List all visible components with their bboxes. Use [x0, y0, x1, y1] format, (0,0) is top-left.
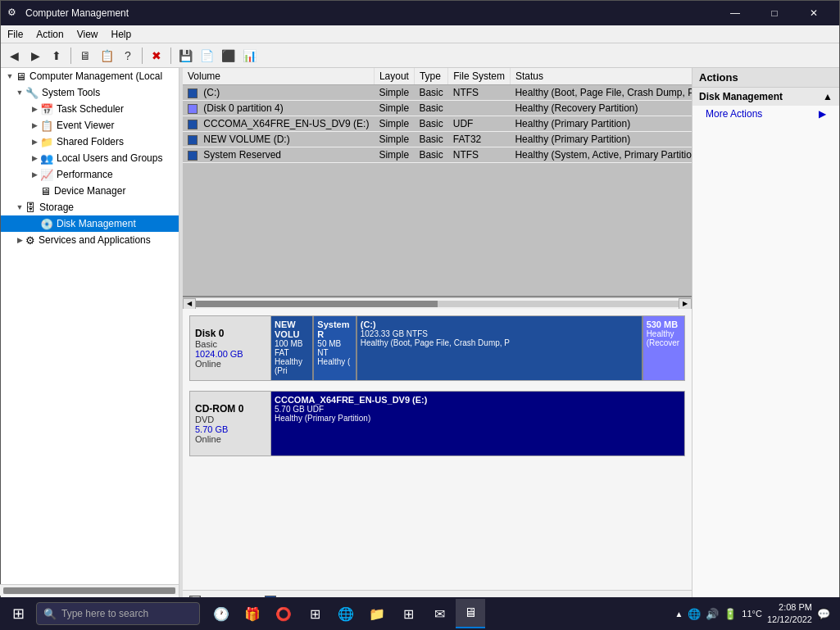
properties-button[interactable]: 📋 — [97, 46, 116, 66]
tree-shared-folders[interactable]: ▶ 📁 Shared Folders — [1, 134, 179, 150]
maximize-button[interactable]: □ — [756, 1, 793, 25]
table-row[interactable]: NEW VOLUME (D:) Simple Basic FAT32 Healt… — [183, 132, 692, 147]
partition[interactable]: CCCOMA_X64FRE_EN-US_DV9 (E:) 5.70 GB UDF… — [271, 392, 684, 456]
actions-section-disk-label: Disk Management — [699, 91, 783, 102]
tree-perf-expand[interactable]: ▶ — [29, 169, 40, 180]
window-title: Computer Management — [25, 7, 716, 19]
taskbar-time-app[interactable]: 🕐 — [207, 599, 236, 628]
tree-users-expand[interactable]: ▶ — [29, 152, 40, 164]
start-button[interactable]: ⊞ — [3, 599, 33, 628]
up-button[interactable]: ⬆ — [47, 46, 66, 66]
partition-status: Healthy (Pri — [275, 357, 309, 375]
cell-layout: Simple — [374, 132, 414, 147]
partition[interactable]: System R 50 MB NT Healthy ( — [314, 316, 356, 380]
back-button[interactable]: ◀ — [4, 46, 24, 66]
tree-disk-label: Disk Management — [57, 218, 136, 229]
partition-status: Healthy ( — [317, 357, 352, 366]
disk-table: Volume Layout Type File System Status (C… — [183, 68, 692, 163]
table-row[interactable]: CCCOMA_X64FRE_EN-US_DV9 (E:) Simple Basi… — [183, 116, 692, 132]
more-actions-arrow: ▶ — [819, 108, 826, 120]
notification-icon[interactable]: 💬 — [817, 608, 830, 620]
taskbar-search[interactable]: 🔍 Type here to search — [36, 602, 200, 625]
tree-services-expand[interactable]: ▶ — [14, 234, 25, 246]
tree-disk-management[interactable]: 💿 Disk Management — [1, 215, 179, 232]
disk-label: CD-ROM 0 DVD 5.70 GB Online — [189, 391, 271, 456]
tree-root-expand[interactable]: ▼ — [4, 70, 16, 82]
forward-button[interactable]: ▶ — [25, 46, 45, 66]
taskbar-grid-app[interactable]: ⊞ — [300, 599, 329, 628]
tree-scrollbar-thumb — [3, 587, 175, 594]
col-layout[interactable]: Layout — [374, 68, 414, 85]
taskbar-computer-mgmt-app[interactable]: 🖥 — [456, 599, 485, 628]
table-row[interactable]: (Disk 0 partition 4) Simple Basic Health… — [183, 101, 692, 116]
partition[interactable]: 530 MB Healthy (Recover — [643, 316, 684, 380]
scroll-right-btn[interactable]: ▶ — [679, 298, 692, 310]
minimize-button[interactable]: — — [716, 1, 754, 25]
tree-storage-expand[interactable]: ▼ — [14, 202, 25, 213]
import-button[interactable]: 📄 — [197, 46, 216, 66]
hscroll-thumb[interactable] — [196, 301, 438, 307]
delete-button[interactable]: ✖ — [147, 46, 166, 66]
tree-storage[interactable]: ▼ 🗄 Storage — [1, 199, 179, 215]
table-row[interactable]: System Reserved Simple Basic NTFS Health… — [183, 147, 692, 163]
col-type[interactable]: Type — [414, 68, 447, 85]
clock-date: 12/12/2022 — [767, 614, 812, 626]
tree-device-manager[interactable]: 🖥 Device Manager — [1, 183, 179, 199]
cell-status: Healthy (Recovery Partition) — [510, 101, 692, 116]
cell-type: Basic — [414, 116, 447, 132]
actions-section-disk-management[interactable]: Disk Management ▲ — [692, 88, 839, 106]
menu-file[interactable]: File — [1, 25, 30, 43]
chart-button[interactable]: 📊 — [239, 46, 259, 66]
taskbar-mail-app[interactable]: ✉ — [425, 599, 454, 628]
taskbar-store-app[interactable]: ⊞ — [393, 599, 423, 628]
col-status[interactable]: Status — [510, 68, 692, 85]
col-volume[interactable]: Volume — [183, 68, 374, 85]
export-button[interactable]: 💾 — [175, 46, 195, 66]
event-viewer-icon: 📋 — [40, 120, 53, 132]
help-button[interactable]: ? — [118, 46, 138, 66]
tree-root[interactable]: ▼ 🖥 Computer Management (Local — [1, 68, 179, 84]
table-row[interactable]: (C:) Simple Basic NTFS Healthy (Boot, Pa… — [183, 85, 692, 101]
tree-event-expand[interactable]: ▶ — [29, 120, 40, 131]
tree-event-viewer[interactable]: ▶ 📋 Event Viewer — [1, 117, 179, 134]
scroll-left-btn[interactable]: ◀ — [183, 298, 196, 310]
col-filesystem[interactable]: File System — [448, 68, 511, 85]
tree-shared-expand[interactable]: ▶ — [29, 136, 40, 147]
taskbar-clock[interactable]: 2:08 PM 12/12/2022 — [767, 601, 812, 627]
tree-scrollbar[interactable] — [1, 584, 179, 596]
taskbar-circle-app[interactable]: ⭕ — [269, 599, 298, 628]
menu-view[interactable]: View — [70, 25, 105, 43]
disk-label: Disk 0 Basic 1024.00 GB Online — [189, 315, 271, 381]
menu-help[interactable]: Help — [105, 25, 138, 43]
toolbar-separator-1 — [70, 48, 71, 64]
close-button[interactable]: ✕ — [795, 1, 833, 25]
taskbar-edge-app[interactable]: 🌐 — [331, 599, 361, 628]
options-button[interactable]: ⬛ — [218, 46, 238, 66]
cell-fs: NTFS — [448, 147, 511, 163]
tree-services[interactable]: ▶ ⚙ Services and Applications — [1, 232, 179, 248]
actions-more-link[interactable]: More Actions ▶ — [692, 106, 839, 122]
task-scheduler-icon: 📅 — [40, 103, 53, 116]
tree-services-label: Services and Applications — [39, 234, 151, 246]
cell-volume: CCCOMA_X64FRE_EN-US_DV9 (E:) — [183, 116, 374, 132]
tree-task-expand[interactable]: ▶ — [29, 103, 40, 115]
tree-task-scheduler[interactable]: ▶ 📅 Task Scheduler — [1, 101, 179, 117]
table-hscroll[interactable]: ◀ ▶ — [183, 297, 692, 309]
taskbar-gift-app[interactable]: 🎁 — [238, 599, 267, 628]
tray-expand[interactable]: ▲ — [674, 610, 683, 619]
menu-action[interactable]: Action — [30, 25, 70, 43]
disk-row: CD-ROM 0 DVD 5.70 GB Online CCCOMA_X64FR… — [189, 391, 685, 456]
disk-size: 1024.00 GB — [195, 349, 266, 359]
disk-management-icon: 💿 — [40, 218, 53, 230]
partition[interactable]: NEW VOLU 100 MB FAT Healthy (Pri — [271, 316, 314, 380]
tree-performance[interactable]: ▶ 📈 Performance — [1, 166, 179, 183]
tree-system-tools[interactable]: ▼ 🔧 System Tools — [1, 84, 179, 101]
show-hide-button[interactable]: 🖥 — [75, 46, 95, 66]
tree-task-label: Task Scheduler — [57, 103, 124, 115]
tree-local-users[interactable]: ▶ 👥 Local Users and Groups — [1, 150, 179, 166]
tree-system-tools-expand[interactable]: ▼ — [14, 87, 25, 98]
partition[interactable]: (C:) 1023.33 GB NTFS Healthy (Boot, Page… — [357, 316, 643, 380]
cell-fs: UDF — [448, 116, 511, 132]
taskbar-explorer-app[interactable]: 📁 — [362, 599, 392, 628]
tree-users-label: Local Users and Groups — [57, 152, 162, 164]
